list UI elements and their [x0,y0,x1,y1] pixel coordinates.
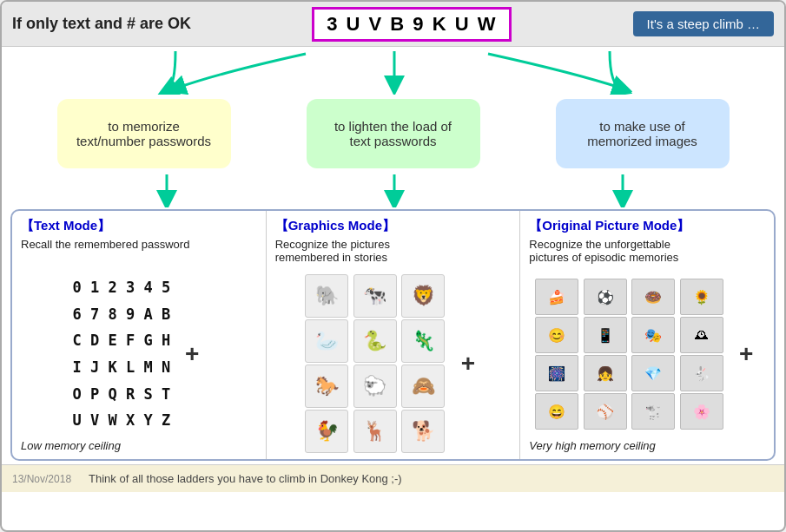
plus-sign-text: + [179,340,205,368]
original-mode-title: 【Original Picture Mode】 [529,218,765,234]
original-mode-content: 🍰⚽🍩🌻😊📱🎭🕰🎆👧💎🐇😄⚾🐩🌸 + [529,274,765,434]
picture-cell: 💎 [631,355,675,391]
text-mode-col: 【Text Mode】 Recall the remembered passwo… [12,211,267,459]
animal-cell: 🐑 [353,365,397,408]
arrows-top [2,47,784,95]
animal-cell: 🦌 [353,410,397,453]
chars-row4: I J K L M N [73,354,171,381]
animal-cell: 🐕 [401,410,445,453]
animal-cell: 🐍 [353,319,397,363]
animal-grid: 🐘🐄🦁🦢🐍🦎🐎🐑🙈🐓🦌🐕 [305,274,448,453]
picture-cell: 📱 [584,317,627,353]
footer-date: 13/Nov/2018 [12,473,71,485]
text-mode-content: 0 1 2 3 4 5 6 7 8 9 A B C D E F G H I J … [21,274,257,434]
chars-row6: U V W X Y Z [73,407,171,434]
chars-row1: 0 1 2 3 4 5 [73,274,171,301]
password-code: 3 U V B 9 K U W [312,7,512,42]
header-right-text: It's a steep climb … [633,11,774,36]
picture-cell: 🌸 [680,393,723,430]
purpose-text-label: to memorize text/number passwords [76,119,211,148]
purpose-graphics-label: to lighten the load of text passwords [334,119,452,148]
footer-bar: 13/Nov/2018 Think of all those ladders y… [2,464,784,492]
picture-cell: 🕰 [680,317,723,353]
picture-cell: 😄 [535,393,578,430]
picture-cell: ⚾ [584,393,627,430]
purpose-box-graphics: to lighten the load of text passwords [307,99,480,168]
picture-cell: 👧 [584,355,627,391]
graphics-mode-footer: High memory ceiling [275,458,512,461]
purpose-box-original: to make use of memorized images [556,99,730,168]
plus-sign-original: + [733,340,759,368]
modes-container: 【Text Mode】 Recall the remembered passwo… [10,209,776,461]
chars-row5: O P Q R S T [73,381,171,408]
footer-text: Think of all those ladders you have to c… [89,472,402,485]
picture-cell: 😊 [535,317,578,353]
picture-cell: 🌻 [680,279,723,315]
picture-cell: 🍩 [631,279,675,315]
char-grid: 0 1 2 3 4 5 6 7 8 9 A B C D E F G H I J … [73,274,171,434]
chars-row3: C D E F G H [73,327,171,354]
main-container: If only text and # are OK 3 U V B 9 K U … [0,0,786,532]
purpose-original-label: to make use of memorized images [587,119,697,148]
original-mode-desc: Recognize the unforgettable pictures of … [529,238,765,269]
picture-cell: 🎆 [535,355,578,391]
animal-cell: 🐓 [305,410,348,453]
graphics-mode-content: 🐘🐄🦁🦢🐍🦎🐎🐑🙈🐓🦌🐕 + [275,274,512,453]
animal-cell: 🦢 [305,319,348,363]
purpose-boxes-row: to memorize text/number passwords to lig… [2,95,784,173]
arrows-bottom [2,173,784,207]
animal-cell: 🙈 [401,365,445,408]
graphics-mode-col: 【Graphics Mode】 Recognize the pictures r… [267,211,521,459]
chars-row2: 6 7 8 9 A B [73,301,171,328]
picture-cell: 🐩 [631,393,675,430]
animal-cell: 🐎 [305,365,348,408]
animal-cell: 🦁 [401,274,445,318]
text-mode-title: 【Text Mode】 [21,218,257,234]
pic-grid: 🍰⚽🍩🌻😊📱🎭🕰🎆👧💎🐇😄⚾🐩🌸 [535,279,726,430]
plus-sign-graphics: + [455,350,481,378]
header-left-text: If only text and # are OK [12,15,191,33]
picture-cell: 🎭 [631,317,675,353]
original-mode-footer: Very high memory ceiling [529,439,765,452]
purpose-box-text: to memorize text/number passwords [57,99,231,168]
picture-cell: 🐇 [680,355,723,391]
text-mode-footer: Low memory ceiling [21,439,257,452]
animal-cell: 🐘 [305,274,348,318]
graphics-mode-desc: Recognize the pictures remembered in sto… [275,238,512,269]
text-mode-desc: Recall the remembered password [21,238,257,269]
animal-cell: 🦎 [401,319,445,363]
picture-cell: 🍰 [535,279,578,315]
graphics-mode-title: 【Graphics Mode】 [275,218,512,234]
header-row: If only text and # are OK 3 U V B 9 K U … [2,2,784,47]
picture-cell: ⚽ [584,279,627,315]
original-mode-col: 【Original Picture Mode】 Recognize the un… [520,211,774,459]
animal-cell: 🐄 [353,274,397,318]
